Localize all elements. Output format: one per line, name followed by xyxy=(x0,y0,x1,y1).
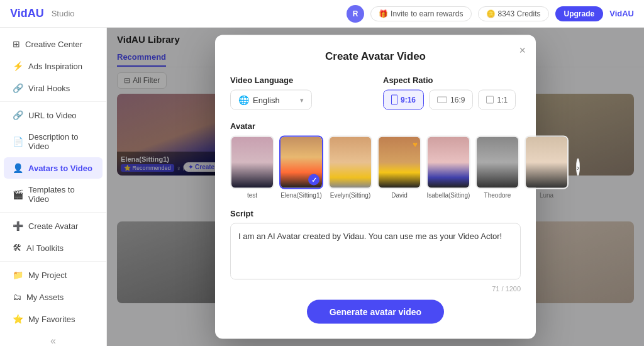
sidebar-item-label: Viral Hooks xyxy=(28,84,70,93)
folder-icon: 📁 xyxy=(13,270,23,280)
sidebar-item-my-favorites[interactable]: ⭐ My Favorites xyxy=(4,308,103,330)
topbar-right: R 🎁 Invite to earn rewards 🪙 8343 Credit… xyxy=(347,5,634,23)
avatar-section: Avatar test ✓ El xyxy=(230,121,521,199)
modal-title: Create Avatar Video xyxy=(230,50,521,63)
globe-icon: 🌐 xyxy=(238,95,249,105)
sidebar-item-label: Description to Video xyxy=(28,132,94,151)
sidebar-item-label: My Assets xyxy=(26,293,64,302)
link-icon: 🔗 xyxy=(13,110,23,120)
modal-close-button[interactable]: × xyxy=(519,44,526,57)
layout: ⊞ Creative Center ⚡ Ads Inspiration 🔗 Vi… xyxy=(0,28,644,346)
avatar-grid: test ✓ Elena(Sitting1) xyxy=(230,136,521,199)
aspect-ratio-label: Aspect Ratio xyxy=(383,75,521,85)
sidebar-item-desc-to-video[interactable]: 📄 Description to Video xyxy=(4,126,103,157)
avatar-name-theodore: Theodore xyxy=(484,192,511,199)
tools-icon: 🛠 xyxy=(13,243,21,253)
sidebar-item-ai-toolkits[interactable]: 🛠 AI Toolkits xyxy=(4,237,103,259)
avatar-name-evelyn: Evelyn(Sitting) xyxy=(330,192,370,199)
grid-icon: ⊞ xyxy=(13,39,20,49)
sidebar-divider-3 xyxy=(0,261,106,262)
sidebar-item-my-assets[interactable]: 🗂 My Assets xyxy=(4,286,103,308)
doc-icon: 📄 xyxy=(13,137,23,147)
language-value: English xyxy=(253,95,280,104)
script-label: Script xyxy=(230,209,521,218)
invite-button[interactable]: 🎁 Invite to earn rewards xyxy=(370,6,471,21)
main-content: VidAU Library Recommend ⊟ All Filter Ele… xyxy=(107,28,644,346)
avatar-label: Avatar xyxy=(230,121,521,131)
script-input[interactable]: I am an AI Avatar created by Vidau. You … xyxy=(230,223,521,280)
topbar: VidAU Studio R 🎁 Invite to earn rewards … xyxy=(0,0,644,28)
sidebar-item-label: Avatars to Video xyxy=(28,164,92,173)
avatar-icon: 👤 xyxy=(13,163,23,173)
chevron-down-icon: ▾ xyxy=(300,96,304,104)
sidebar-item-my-project[interactable]: 📁 My Project xyxy=(4,264,103,286)
landscape-icon xyxy=(437,97,447,103)
generate-avatar-video-button[interactable]: Generate avatar video xyxy=(307,300,444,324)
sidebar-item-viral-hooks[interactable]: 🔗 Viral Hooks xyxy=(4,77,103,99)
aspect-16-9-button[interactable]: 16:9 xyxy=(429,90,473,110)
avatar-david[interactable]: ♥ David xyxy=(377,136,421,199)
logo: VidAU xyxy=(10,7,44,20)
template-icon: 🎬 xyxy=(13,189,23,199)
portrait-icon xyxy=(391,95,397,105)
upgrade-button[interactable]: Upgrade xyxy=(555,6,604,21)
language-dropdown[interactable]: 🌐 English ▾ xyxy=(230,90,312,110)
gift-icon: 🎁 xyxy=(379,9,388,18)
plus-icon: ➕ xyxy=(13,221,23,231)
language-col: Video Language 🌐 English ▾ xyxy=(230,75,368,110)
square-icon xyxy=(486,96,494,104)
credits-button[interactable]: 🪙 8343 Credits xyxy=(478,6,549,21)
studio-label: Studio xyxy=(52,9,75,18)
sidebar-item-label: AI Toolkits xyxy=(26,243,64,253)
avatar-test[interactable]: test xyxy=(230,136,274,199)
aspect-ratio-buttons: 9:16 16:9 1:1 xyxy=(383,90,521,110)
collapse-button[interactable]: « xyxy=(0,330,106,346)
sidebar-item-label: Ads Inspiration xyxy=(28,62,82,71)
star-icon: ⭐ xyxy=(13,314,23,324)
sidebar-item-label: Create Avatar xyxy=(28,221,78,231)
avatar-name-david: David xyxy=(391,192,408,199)
avatar-evelyn[interactable]: Evelyn(Sitting) xyxy=(328,136,372,199)
lightning-icon: ⚡ xyxy=(13,61,23,71)
assets-icon: 🗂 xyxy=(13,292,21,302)
sidebar-item-avatars-to-video[interactable]: 👤 Avatars to Video xyxy=(4,157,103,179)
sidebar-divider-2 xyxy=(0,212,106,213)
avatar-name-elena: Elena(Sitting1) xyxy=(280,192,322,199)
sidebar-item-label: My Favorites xyxy=(28,315,75,324)
script-section: Script I am an AI Avatar created by Vida… xyxy=(230,209,521,293)
avatar-name-isabella: Isabella(Sitting) xyxy=(427,192,470,199)
topbar-left: VidAU Studio xyxy=(10,7,75,20)
user-label: VidAU xyxy=(609,9,634,18)
sidebar-item-templates-to-video[interactable]: 🎬 Templates to Video xyxy=(4,179,103,209)
avatar: R xyxy=(347,5,364,23)
language-label: Video Language xyxy=(230,75,368,85)
generate-btn-wrap: Generate avatar video xyxy=(230,300,521,324)
aspect-1-1-button[interactable]: 1:1 xyxy=(478,90,516,110)
avatar-luna[interactable]: Luna xyxy=(525,136,569,199)
sidebar-item-create-avatar[interactable]: ➕ Create Avatar xyxy=(4,215,103,237)
avatar-elena[interactable]: ✓ Elena(Sitting1) xyxy=(279,136,323,199)
hook-icon: 🔗 xyxy=(13,83,23,93)
sidebar-item-label: My Project xyxy=(28,271,67,280)
aspect-9-16-button[interactable]: 9:16 xyxy=(383,90,424,110)
coin-icon: 🪙 xyxy=(486,9,496,18)
sidebar-item-label: URL to Video xyxy=(28,111,77,120)
sidebar-divider xyxy=(0,101,106,102)
sidebar-item-ads-inspiration[interactable]: ⚡ Ads Inspiration xyxy=(4,55,103,77)
sidebar-item-url-to-video[interactable]: 🔗 URL to Video xyxy=(4,104,103,126)
avatar-isabella[interactable]: Isabella(Sitting) xyxy=(426,136,470,199)
create-avatar-modal: Create Avatar Video × Video Language 🌐 E… xyxy=(215,35,536,339)
avatar-name-luna: Luna xyxy=(540,192,553,199)
script-count: 71 / 1200 xyxy=(230,285,521,293)
sidebar-item-creative-center[interactable]: ⊞ Creative Center xyxy=(4,33,103,55)
sidebar: ⊞ Creative Center ⚡ Ads Inspiration 🔗 Vi… xyxy=(0,28,107,346)
sidebar-item-label: Creative Center xyxy=(25,40,82,49)
sidebar-item-label: Templates to Video xyxy=(28,185,94,204)
aspect-ratio-col: Aspect Ratio 9:16 16:9 1:1 xyxy=(383,75,521,110)
avatar-name-test: test xyxy=(247,192,257,199)
modal-row-1: Video Language 🌐 English ▾ Aspect Ratio … xyxy=(230,75,521,110)
avatar-theodore[interactable]: Theodore xyxy=(475,136,519,199)
